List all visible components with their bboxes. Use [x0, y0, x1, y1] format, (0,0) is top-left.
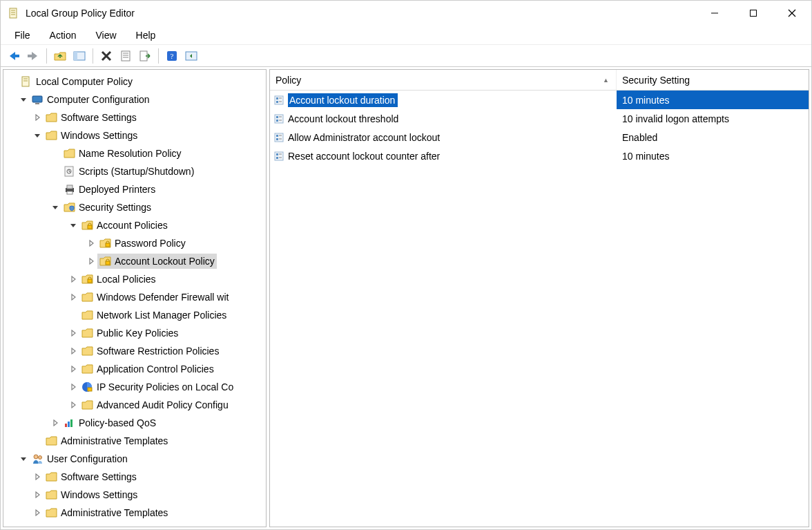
tree-item-label: Computer Configuration: [47, 91, 150, 108]
tree-item[interactable]: User Configuration: [3, 450, 266, 468]
folder-icon: [64, 147, 76, 160]
tree-item[interactable]: Software Settings: [3, 108, 266, 126]
expand-collapse-icon[interactable]: [67, 366, 79, 372]
column-header-policy[interactable]: Policy ▲: [270, 70, 617, 90]
tree-item[interactable]: Name Resolution Policy: [3, 144, 266, 162]
properties-button[interactable]: [117, 47, 135, 65]
results-pane[interactable]: Policy ▲ Security Setting Account lockou…: [269, 69, 809, 527]
tree-item[interactable]: Windows Settings: [3, 486, 266, 504]
expand-collapse-icon[interactable]: [67, 330, 79, 337]
folder-icon: [81, 399, 94, 411]
expand-collapse-icon[interactable]: [67, 294, 79, 301]
folder-icon: [46, 435, 58, 447]
help-button[interactable]: ?: [163, 47, 181, 65]
nav-forward-button[interactable]: [24, 47, 42, 65]
expand-collapse-icon[interactable]: [31, 509, 44, 516]
tree-item[interactable]: Windows Settings: [3, 126, 266, 144]
console-tree-pane[interactable]: Local Computer PolicyComputer Configurat…: [3, 69, 267, 527]
show-hide-tree-button[interactable]: [70, 47, 88, 65]
column-header-security-setting[interactable]: Security Setting: [617, 70, 809, 90]
toolbar-separator: [158, 48, 159, 64]
expand-collapse-icon[interactable]: [17, 96, 30, 103]
policy-name: Account lockout duration: [288, 93, 398, 107]
delete-button[interactable]: [97, 47, 115, 65]
tree-item-label: Security Settings: [79, 198, 151, 216]
tree-item[interactable]: IP Security Policies on Local Co: [3, 378, 266, 396]
expand-collapse-icon[interactable]: [85, 258, 97, 265]
tree-item[interactable]: Software Restriction Policies: [3, 342, 266, 360]
menu-help[interactable]: Help: [128, 27, 164, 44]
expand-collapse-icon[interactable]: [31, 114, 44, 121]
menu-view[interactable]: View: [87, 27, 124, 44]
folder-icon: [46, 489, 58, 501]
tree-item-label: Policy-based QoS: [79, 414, 156, 432]
export-list-button[interactable]: [136, 47, 154, 65]
close-button[interactable]: [773, 1, 811, 26]
tree-item[interactable]: Account Policies: [3, 216, 266, 234]
options-button[interactable]: [182, 47, 200, 65]
maximize-button[interactable]: [734, 1, 773, 26]
nav-back-button[interactable]: [5, 47, 23, 65]
svg-rect-0: [10, 8, 17, 18]
expand-collapse-icon[interactable]: [67, 222, 79, 229]
folder-icon: [46, 507, 58, 519]
tree-item[interactable]: Local Computer Policy: [3, 73, 266, 91]
policy-folder-icon: [81, 219, 94, 231]
policy-row[interactable]: Reset account lockout counter after10 mi…: [270, 146, 809, 165]
tree-item[interactable]: Software Settings: [3, 468, 266, 486]
sort-indicator-icon: ▲: [603, 77, 609, 84]
expand-collapse-icon[interactable]: [85, 240, 97, 247]
tree-item[interactable]: Local Policies: [3, 270, 266, 288]
tree-item[interactable]: Deployed Printers: [3, 180, 266, 198]
policy-row[interactable]: Account lockout duration10 minutes: [270, 91, 809, 109]
tree-item-label: Administrative Templates: [61, 432, 168, 450]
app-icon: [8, 7, 20, 19]
up-one-level-button[interactable]: [51, 47, 69, 65]
tree-item-label: Application Control Policies: [97, 360, 214, 378]
policy-row[interactable]: Account lockout threshold10 invalid logo…: [270, 109, 809, 128]
policy-row[interactable]: Allow Administrator account lockoutEnabl…: [270, 128, 809, 146]
user-config-icon: [32, 453, 44, 465]
expand-collapse-icon[interactable]: [31, 473, 44, 480]
nav-back-icon: [7, 50, 21, 61]
folder-icon: [46, 111, 58, 124]
menu-action[interactable]: Action: [41, 27, 85, 44]
expand-collapse-icon[interactable]: [67, 276, 79, 283]
tree-item-label: Administrative Templates: [61, 504, 168, 522]
expand-collapse-icon[interactable]: [67, 384, 79, 390]
expand-collapse-icon[interactable]: [49, 419, 61, 426]
security-folder-icon: [64, 201, 76, 214]
expand-collapse-icon[interactable]: [31, 491, 44, 498]
tree-item[interactable]: Policy-based QoS: [3, 414, 266, 432]
titlebar[interactable]: Local Group Policy Editor: [1, 1, 811, 26]
menu-file[interactable]: File: [6, 27, 39, 44]
tree-item[interactable]: Public Key Policies: [3, 324, 266, 342]
tree-item-label: Password Policy: [115, 234, 186, 252]
expand-collapse-icon[interactable]: [49, 204, 61, 211]
tree-item-label: Software Restriction Policies: [97, 342, 219, 360]
expand-collapse-icon[interactable]: [17, 455, 30, 462]
tree-item[interactable]: Administrative Templates: [3, 504, 266, 522]
expand-collapse-icon[interactable]: [31, 132, 44, 139]
policy-root-icon: [21, 75, 33, 88]
tree-item[interactable]: Administrative Templates: [3, 432, 266, 450]
console-tree[interactable]: Local Computer PolicyComputer Configurat…: [3, 70, 266, 524]
tree-item[interactable]: Network List Manager Policies: [3, 306, 266, 324]
folder-icon: [81, 291, 94, 303]
minimize-button[interactable]: [695, 1, 734, 26]
tree-item[interactable]: Application Control Policies: [3, 360, 266, 378]
tree-item[interactable]: Computer Configuration: [3, 91, 266, 108]
tree-item[interactable]: Account Lockout Policy: [3, 252, 266, 270]
expand-collapse-icon[interactable]: [67, 348, 79, 354]
nav-forward-icon: [26, 50, 40, 61]
tree-item[interactable]: Password Policy: [3, 234, 266, 252]
scripts-icon: [64, 165, 76, 178]
policy-list[interactable]: Account lockout duration10 minutesAccoun…: [270, 91, 809, 527]
tree-item[interactable]: Advanced Audit Policy Configu: [3, 396, 266, 414]
tree-item[interactable]: Scripts (Startup/Shutdown): [3, 162, 266, 180]
tree-item[interactable]: Security Settings: [3, 198, 266, 216]
svg-rect-9: [28, 55, 33, 57]
tree-item[interactable]: Windows Defender Firewall wit: [3, 288, 266, 306]
expand-collapse-icon[interactable]: [67, 401, 79, 408]
show-hide-tree-icon: [73, 50, 86, 61]
